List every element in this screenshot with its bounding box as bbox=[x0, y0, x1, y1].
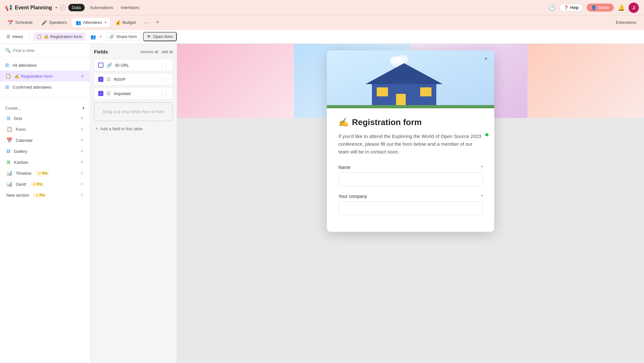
views-button[interactable]: ☰ Views bbox=[4, 33, 25, 40]
avatar[interactable]: J bbox=[629, 3, 639, 13]
sidebar-item-registration-form[interactable]: 📋 ✍️ Registration form ✓ bbox=[0, 71, 90, 82]
share-button[interactable]: 👤 Share bbox=[587, 4, 614, 12]
new-section[interactable]: New section ⚡ Pro + bbox=[5, 190, 85, 200]
form-settings-icon[interactable]: 👥 bbox=[89, 33, 97, 41]
history-icon[interactable]: 🕐 bbox=[548, 4, 555, 11]
tabs-bar: 📅 Schedule 🎤 Speakers 👥 Attendees ▾ 💰 Bu… bbox=[0, 15, 644, 30]
sidebar-item-confirmed-attendees[interactable]: ⊞ Confirmed attendees bbox=[0, 82, 90, 93]
schedule-tab-label: Schedule bbox=[15, 20, 33, 25]
share-form-button[interactable]: 🔗 Share form bbox=[106, 32, 140, 41]
create-timeline[interactable]: 📊 Timeline ⚡ Pro + bbox=[5, 168, 85, 178]
grid-add-icon[interactable]: + bbox=[80, 115, 83, 121]
gantt-add-icon[interactable]: + bbox=[80, 181, 83, 187]
app-icon: 📢 bbox=[5, 4, 12, 11]
id-url-drag-handle[interactable]: ⋮⋮ bbox=[160, 63, 169, 68]
field-rsvp[interactable]: ☑ RSVP ⋮⋮ bbox=[94, 73, 173, 85]
checkbox-icon: ☑ bbox=[107, 77, 111, 82]
gantt-label: Gantt bbox=[16, 182, 26, 187]
form-view-button[interactable]: 📋 ✍️ Registration form bbox=[33, 33, 85, 41]
add-all-button[interactable]: add all bbox=[162, 50, 173, 54]
sidebar-divider bbox=[0, 98, 90, 98]
add-tab-button[interactable]: ⋯ bbox=[141, 18, 152, 27]
kanban-add-icon[interactable]: + bbox=[80, 159, 83, 165]
tab-schedule[interactable]: 📅 Schedule bbox=[4, 18, 36, 27]
svg-rect-9 bbox=[420, 87, 431, 96]
create-kanban[interactable]: ⊞ Kanban + bbox=[5, 157, 85, 167]
create-form[interactable]: 📋 Form + bbox=[5, 124, 85, 134]
field-id-url[interactable]: 🔗 ID URL ⋮⋮ bbox=[94, 59, 173, 71]
remove-all-button[interactable]: remove all bbox=[140, 50, 158, 54]
name-input[interactable] bbox=[338, 172, 483, 186]
create-grid[interactable]: ⊞ Grid + bbox=[5, 113, 85, 123]
imported-checkbox[interactable] bbox=[98, 91, 103, 96]
help-button[interactable]: ❓ Help bbox=[559, 4, 583, 12]
create-items: ⊞ Grid + 📋 Form + 📅 Calendar bbox=[5, 113, 85, 200]
add-field-button[interactable]: + Add a field to this table bbox=[94, 123, 173, 135]
house-svg bbox=[327, 50, 494, 108]
speakers-tab-label: Speakers bbox=[49, 20, 67, 25]
kanban-create-icon: ⊞ bbox=[6, 159, 11, 165]
tabs-left: 📅 Schedule 🎤 Speakers 👥 Attendees ▾ 💰 Bu… bbox=[4, 18, 162, 27]
extensions-button[interactable]: Extensions bbox=[612, 18, 640, 27]
views-icon: ☰ bbox=[6, 34, 10, 39]
gallery-create-icon: ⊟ bbox=[6, 148, 11, 154]
form-icon: 📋 bbox=[5, 73, 11, 79]
new-tab-button[interactable]: + bbox=[153, 18, 162, 27]
create-gallery[interactable]: ⊟ Gallery + bbox=[5, 146, 85, 156]
rsvp-checkbox[interactable] bbox=[98, 77, 103, 82]
rsvp-label: RSVP bbox=[114, 77, 156, 82]
toolbar: ☰ Views 📋 ✍️ Registration form 👥 ▾ 🔗 Sha… bbox=[0, 30, 644, 44]
new-section-add-icon[interactable]: + bbox=[80, 192, 83, 198]
imported-drag-handle[interactable]: ⋮⋮ bbox=[160, 91, 169, 96]
form-field-name: Name * bbox=[338, 165, 483, 186]
tab-speakers[interactable]: 🎤 Speakers bbox=[38, 18, 71, 27]
share-icon: 👤 bbox=[591, 5, 596, 10]
fields-actions: remove all add all bbox=[140, 50, 173, 54]
sidebar-search: 🔍 bbox=[0, 44, 90, 57]
app-info-icon[interactable]: i bbox=[60, 5, 66, 11]
data-tab[interactable]: Data bbox=[68, 4, 85, 11]
help-label: Help bbox=[570, 5, 579, 10]
create-gantt-left: 📊 Gantt ⚡ Pro bbox=[6, 181, 44, 187]
attendees-dropdown-icon[interactable]: ▾ bbox=[105, 21, 106, 24]
top-nav: 📢 Event Planning ▾ i Data Automations In… bbox=[0, 0, 644, 15]
form-add-icon[interactable]: + bbox=[80, 126, 83, 132]
tab-attendees[interactable]: 👥 Attendees ▾ bbox=[72, 18, 110, 27]
notification-icon[interactable]: 🔔 bbox=[618, 4, 625, 11]
open-form-icon: 👁 bbox=[147, 34, 151, 39]
field-imported[interactable]: ☑ Imported ⋮⋮ bbox=[94, 87, 173, 100]
calendar-add-icon[interactable]: + bbox=[80, 137, 83, 143]
rsvp-drag-handle[interactable]: ⋮⋮ bbox=[160, 77, 169, 82]
company-input[interactable] bbox=[338, 201, 483, 215]
confirmed-attendees-label: Confirmed attendees bbox=[13, 85, 52, 90]
grid-icon-2: ⊞ bbox=[5, 84, 9, 90]
share-label: Share bbox=[598, 5, 609, 10]
sidebar-item-all-attendees[interactable]: ⊞ All attendees bbox=[0, 60, 90, 71]
tab-budget[interactable]: 💰 Budget bbox=[111, 18, 140, 27]
timeline-add-icon[interactable]: + bbox=[80, 170, 83, 176]
modal-overlay: × bbox=[177, 44, 644, 363]
form-chevron-icon[interactable]: ▾ bbox=[99, 33, 103, 40]
budget-icon: 💰 bbox=[115, 20, 121, 25]
create-gantt[interactable]: 📊 Gantt ⚡ Pro + bbox=[5, 179, 85, 189]
open-form-button[interactable]: 👁 Open form bbox=[143, 32, 176, 41]
gallery-add-icon[interactable]: + bbox=[80, 148, 83, 154]
automations-nav[interactable]: Automations bbox=[87, 4, 116, 11]
share-form-icon: 🔗 bbox=[109, 34, 114, 39]
svg-point-3 bbox=[390, 56, 399, 64]
drop-zone: Drag and drop fields here to hide bbox=[94, 102, 173, 121]
attendees-icon: 👥 bbox=[76, 20, 81, 25]
id-url-checkbox[interactable] bbox=[98, 63, 103, 68]
imported-label: Imported bbox=[114, 91, 156, 96]
modal-close-button[interactable]: × bbox=[481, 54, 490, 63]
app-title-dropdown-icon[interactable]: ▾ bbox=[55, 5, 57, 10]
form-label: Form bbox=[16, 127, 25, 132]
create-header[interactable]: Create... ▾ bbox=[5, 103, 85, 113]
share-form-label: Share form bbox=[116, 34, 137, 39]
fields-title: Fields bbox=[94, 49, 108, 54]
interfaces-nav[interactable]: Interfaces bbox=[118, 4, 142, 11]
fields-panel: Fields remove all add all 🔗 ID URL ⋮⋮ ☑ … bbox=[90, 44, 177, 363]
search-input[interactable] bbox=[13, 48, 85, 53]
gallery-label: Gallery bbox=[14, 149, 27, 154]
create-calendar[interactable]: 📅 Calendar + bbox=[5, 135, 85, 145]
